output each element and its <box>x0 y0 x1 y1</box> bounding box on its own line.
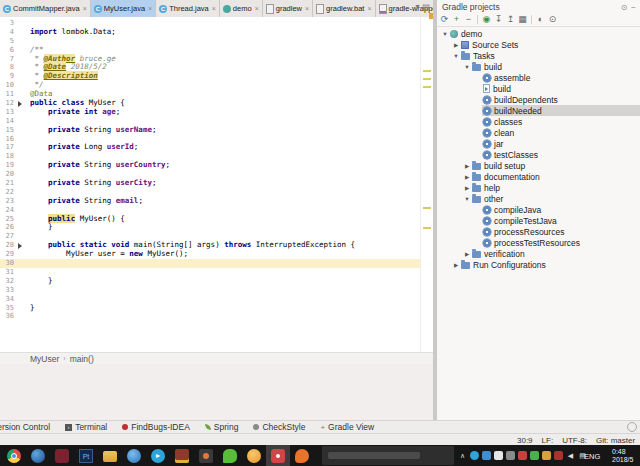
tab-demo[interactable]: demo× <box>220 0 263 17</box>
gradle-tree-item-clean[interactable]: clean <box>437 127 640 138</box>
taskbar-running-app-button[interactable] <box>322 446 454 465</box>
status-segment[interactable]: UTF-8: <box>562 436 587 445</box>
gradle-tree-item-demo[interactable]: ▼demo <box>437 28 640 39</box>
code-line-36[interactable]: 36 <box>0 312 433 321</box>
collapse-all-icon[interactable]: ↥ <box>505 14 516 25</box>
settings-icon[interactable]: ⊙ <box>621 3 628 12</box>
toolwindow-button-CheckStyle[interactable]: CheckStyle <box>253 422 305 432</box>
code-line-15[interactable]: 15 private String userName; <box>0 126 433 135</box>
hide-tabs-icon[interactable]: ▾ <box>415 2 419 11</box>
refresh-icon[interactable]: ⟳ <box>439 14 450 25</box>
hide-panel-icon[interactable]: − <box>631 3 636 12</box>
gradle-tree-item-buildDependents[interactable]: buildDependents <box>437 94 640 105</box>
flame-app-taskbar-icon[interactable] <box>290 445 314 466</box>
gradle-tree-item-assemble[interactable]: assemble <box>437 72 640 83</box>
offline-mode-icon[interactable]: ◐ <box>535 14 546 25</box>
mail-app-taskbar-icon[interactable] <box>122 445 146 466</box>
recorder-app-taskbar-icon[interactable] <box>266 445 290 466</box>
chevron-down-icon[interactable]: ▼ <box>463 196 471 202</box>
code-line-4[interactable]: 4import lombok.Data; <box>0 28 433 37</box>
stripe-warning-mark[interactable] <box>423 207 431 209</box>
code-line-30[interactable]: 30 <box>0 259 433 268</box>
tab-gradlew.bat[interactable]: gradlew.bat× <box>313 0 375 17</box>
gradle-tree-item-compileTestJava[interactable]: compileTestJava <box>437 215 640 226</box>
attach-project-icon[interactable]: + <box>451 14 462 25</box>
chevron-right-icon[interactable]: ▶ <box>463 185 471 191</box>
stripe-warning-mark[interactable] <box>423 78 431 80</box>
tab-list-icon[interactable]: ▤ <box>422 2 430 11</box>
gradle-tree-item-testClasses[interactable]: testClasses <box>437 149 640 160</box>
editor-error-stripe[interactable] <box>420 17 434 352</box>
taskbar-clock[interactable]: 0:48 2018/5 <box>612 448 640 464</box>
tab-Thread.java[interactable]: CThread.java× <box>156 0 220 17</box>
gradle-tree-item-Run-Configurations[interactable]: ▶Run Configurations <box>437 259 640 270</box>
gradle-tree-item-Source-Sets[interactable]: ▶Source Sets <box>437 39 640 50</box>
cloud-tray-icon[interactable] <box>530 451 539 460</box>
chevron-down-icon[interactable]: ▼ <box>452 53 460 59</box>
chrome-taskbar-icon[interactable] <box>2 445 26 466</box>
gradle-tree-item-build[interactable]: ▼build <box>437 61 640 72</box>
code-line-5[interactable]: 5 <box>0 37 433 46</box>
close-tab-icon[interactable]: × <box>367 5 371 12</box>
gradle-tree-item-processResources[interactable]: processResources <box>437 226 640 237</box>
gradle-tree-item-buildNeeded[interactable]: buildNeeded <box>437 105 640 116</box>
gradle-tree-item-build[interactable]: build <box>437 83 640 94</box>
status-segment[interactable]: LF: <box>542 436 554 445</box>
chevron-right-icon[interactable]: ▶ <box>452 42 460 48</box>
toolwindow-button-Spring[interactable]: Spring <box>205 422 239 432</box>
detach-project-icon[interactable]: − <box>463 14 474 25</box>
chevron-down-icon[interactable]: ▼ <box>463 64 471 70</box>
telegram-tray-icon[interactable] <box>470 451 479 460</box>
chevron-right-icon[interactable]: ▶ <box>463 174 471 180</box>
chevron-right-icon[interactable]: ▶ <box>463 251 471 257</box>
run-gutter-icon[interactable] <box>18 101 22 107</box>
gradle-tree-item-compileJava[interactable]: compileJava <box>437 204 640 215</box>
app-tray-icon-2[interactable] <box>506 451 515 460</box>
close-tab-icon[interactable]: × <box>148 5 152 12</box>
breadcrumb-class[interactable]: MyUser <box>30 354 59 364</box>
toolwindow-button-Version-Control[interactable]: Version Control <box>0 422 50 432</box>
toolwindow-button-Gradle-View[interactable]: +Gradle View <box>320 422 374 432</box>
gradle-tree-item-documentation[interactable]: ▶documentation <box>437 171 640 182</box>
tab-MyUser.java[interactable]: CMyUser.java× <box>91 0 156 17</box>
gradle-tree-item-jar[interactable]: jar <box>437 138 640 149</box>
code-line-9[interactable]: 9 * @Description <box>0 72 433 81</box>
media-app-taskbar-icon[interactable] <box>50 445 74 466</box>
code-line-26[interactable]: 26 } <box>0 223 433 232</box>
close-tab-icon[interactable]: × <box>305 5 309 12</box>
group-modules-icon[interactable]: ▦ <box>517 14 528 25</box>
gradle-tree-item-help[interactable]: ▶help <box>437 182 640 193</box>
close-tab-icon[interactable]: × <box>255 5 259 12</box>
game-app-taskbar-icon[interactable] <box>170 445 194 466</box>
close-tab-icon[interactable]: × <box>83 5 87 12</box>
stripe-warning-mark[interactable] <box>423 86 431 88</box>
status-segment[interactable]: Git: master <box>596 436 635 445</box>
code-line-35[interactable]: 35} <box>0 304 433 313</box>
code-line-32[interactable]: 32 } <box>0 277 433 286</box>
run-gutter-icon[interactable] <box>18 243 22 249</box>
volume-tray-icon[interactable]: ◀ <box>566 451 575 460</box>
toolwindow-indicator-icon[interactable] <box>627 422 637 432</box>
run-task-icon[interactable]: ◉ <box>481 14 492 25</box>
language-indicator[interactable]: ENG <box>584 452 600 461</box>
chevron-down-icon[interactable]: ▼ <box>441 31 449 37</box>
tray-expand-chevron[interactable]: ∧ <box>458 451 467 460</box>
telegram-taskbar-icon[interactable]: ▸ <box>146 445 170 466</box>
toolwindow-button-Terminal[interactable]: ›Terminal <box>65 422 107 432</box>
toolwindow-button-FindBugs-IDEA[interactable]: FindBugs-IDEA <box>122 422 190 432</box>
gradle-tree-item-Tasks[interactable]: ▼Tasks <box>437 50 640 61</box>
breadcrumb-method[interactable]: main() <box>70 354 94 364</box>
folder-tray-icon[interactable] <box>542 451 551 460</box>
gradle-tree-item-classes[interactable]: classes <box>437 116 640 127</box>
app-tray-icon-4[interactable] <box>554 451 563 460</box>
code-line-34[interactable]: 34 <box>0 295 433 304</box>
expand-all-icon[interactable]: ↧ <box>493 14 504 25</box>
gradle-tree-item-build-setup[interactable]: ▶build setup <box>437 160 640 171</box>
code-line-19[interactable]: 19 private String userCountry; <box>0 161 433 170</box>
browser-taskbar-icon[interactable] <box>26 445 50 466</box>
adobe-app-taskbar-icon[interactable]: Pt <box>74 445 98 466</box>
code-line-33[interactable]: 33 <box>0 286 433 295</box>
photos-app-taskbar-icon[interactable] <box>194 445 218 466</box>
stripe-warning-mark[interactable] <box>423 70 431 72</box>
code-line-10[interactable]: 10 */ <box>0 81 433 90</box>
